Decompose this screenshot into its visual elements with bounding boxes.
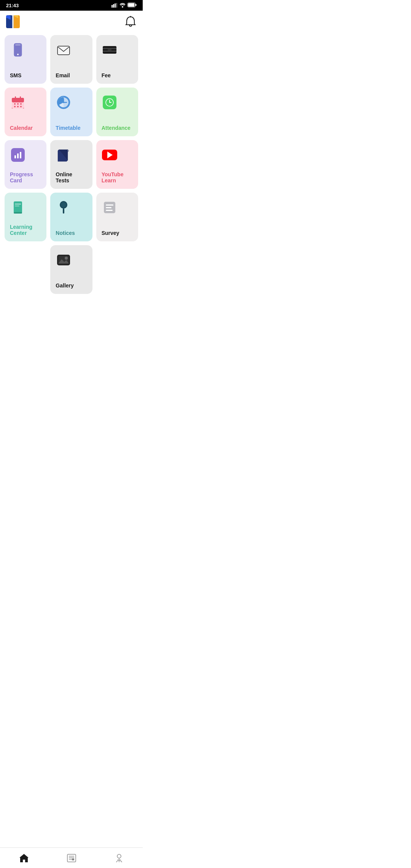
svg-rect-1 [113,4,114,8]
youtube-label: YouTube Learn [102,171,133,183]
fee-label: Fee [102,72,111,78]
notices-label: Notices [56,230,75,236]
timetable-icon [56,94,72,110]
svg-rect-54 [106,204,113,206]
card-timetable[interactable]: Timetable [50,88,92,136]
email-icon [56,42,72,58]
attendance-icon [102,94,118,110]
svg-point-28 [20,103,22,105]
svg-rect-43 [20,152,21,158]
svg-rect-25 [12,98,24,102]
menu-grid: SMS Email [0,33,143,298]
card-notices[interactable]: Notices [50,193,92,241]
svg-point-51 [61,202,66,207]
card-email[interactable]: Email [50,35,92,84]
status-icons [112,3,137,8]
youtube-icon [102,147,118,163]
svg-rect-42 [17,153,19,158]
svg-rect-20 [103,51,116,52]
calendar-icon [10,94,26,110]
svg-rect-47 [15,204,21,204]
svg-point-4 [122,6,123,8]
app-logo [5,14,21,29]
notices-icon [56,199,72,215]
timetable-label: Timetable [56,125,80,131]
svg-rect-50 [63,208,64,214]
svg-rect-8 [12,15,14,28]
svg-rect-45 [14,201,22,213]
header [0,11,143,33]
battery-level [127,3,137,8]
tests-label: Online Tests [56,171,87,183]
status-time: 21:43 [6,3,19,8]
gallery-label: Gallery [56,282,73,289]
card-youtube[interactable]: YouTube Learn [96,140,138,189]
main-content: SMS Email [0,11,143,321]
tests-icon [56,147,72,163]
learning-icon [10,199,26,215]
learning-label: Learning Center [10,224,41,236]
survey-label: Survey [102,230,119,236]
status-bar: 21:43 [0,0,143,11]
svg-rect-46 [14,212,22,214]
svg-rect-12 [15,45,21,45]
gallery-icon [56,252,72,268]
svg-rect-0 [112,5,113,8]
progress-icon [10,147,26,163]
card-fee[interactable]: Fee [96,35,138,84]
notification-bell[interactable] [124,16,137,28]
svg-rect-7 [128,3,135,7]
svg-point-31 [20,106,22,107]
svg-rect-56 [106,210,113,211]
fee-icon [102,42,118,58]
card-calendar[interactable]: Calendar [5,88,46,136]
svg-rect-33 [20,96,21,99]
svg-point-30 [17,106,19,107]
svg-rect-48 [15,206,19,206]
svg-rect-6 [135,4,137,6]
svg-rect-19 [103,48,116,49]
svg-rect-2 [115,3,116,8]
card-progress[interactable]: Progress Card [5,140,46,189]
card-sms[interactable]: SMS [5,35,46,84]
progress-label: Progress Card [10,171,41,183]
svg-point-29 [14,106,16,107]
sms-icon [10,42,26,58]
svg-rect-55 [106,207,112,208]
card-survey[interactable]: Survey [96,193,138,241]
svg-rect-3 [116,3,117,8]
attendance-label: Attendance [102,125,131,131]
svg-rect-41 [14,155,16,158]
svg-rect-16 [58,46,69,54]
email-label: Email [56,72,70,78]
card-learning[interactable]: Learning Center [5,193,46,241]
sms-label: SMS [10,72,21,78]
svg-point-11 [17,54,19,55]
svg-point-60 [65,257,68,260]
svg-rect-32 [15,96,16,99]
survey-icon [102,199,118,215]
svg-point-27 [17,103,19,105]
card-gallery[interactable]: Gallery [50,245,92,294]
card-attendance[interactable]: Attendance [96,88,138,136]
svg-point-26 [14,103,16,105]
card-tests[interactable]: Online Tests [50,140,92,189]
calendar-label: Calendar [10,125,33,131]
